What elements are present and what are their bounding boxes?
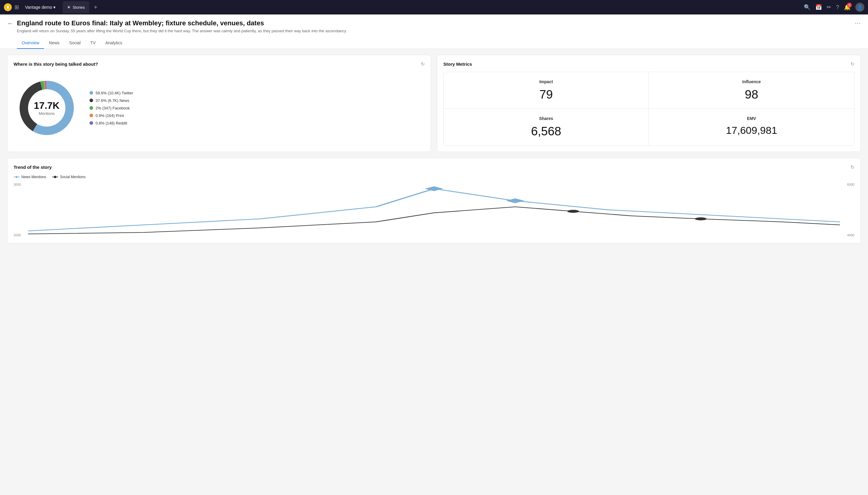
trend-chart-svg (28, 183, 840, 237)
trend-legend-news-label: News Mentions (21, 175, 46, 179)
notification-badge: 2 (847, 3, 852, 7)
trend-card: Trend of the story ↻ News Mentions Socia… (7, 158, 861, 243)
metric-cell-emv: EMV 17,609,981 (649, 109, 854, 145)
mentions-distribution-card: Where is this story being talked about? … (7, 55, 431, 152)
trend-legend-news: News Mentions (14, 175, 46, 179)
donut-legend: 58.6% (10.4K) Twitter 37.6% (6.7K) News … (89, 91, 133, 125)
svg-point-9 (695, 217, 707, 220)
workspace-label: Vantage demo (25, 5, 52, 10)
avatar-icon: 👤 (857, 4, 863, 10)
logo-icon (4, 3, 12, 12)
cards-row: Where is this story being talked about? … (7, 55, 861, 152)
tab-tv[interactable]: TV (86, 37, 101, 49)
svg-point-8 (568, 210, 579, 213)
svg-point-5 (54, 176, 56, 178)
metrics-refresh-button[interactable]: ↻ (851, 61, 854, 67)
topnav: ⊞ Vantage demo ▾ ☀ Stories + 🔍 📅 ✏ ? 🔔 2… (0, 0, 868, 15)
stories-tab-icon: ☀ (67, 5, 71, 10)
svg-marker-7 (506, 198, 525, 203)
trend-legend-social: Social Mentions (52, 175, 86, 179)
search-icon[interactable]: 🔍 (804, 4, 811, 11)
donut-center-label: Mentions (34, 111, 59, 116)
page-header: ← England route to Euros final: Italy at… (0, 15, 868, 49)
chart-yaxis-right: 6000 4000 (843, 183, 854, 237)
legend-item: 0.9% (164) Print (89, 113, 133, 118)
metric-cell-impact: Impact 79 (444, 72, 649, 109)
trend-refresh-button[interactable]: ↻ (851, 164, 854, 170)
stories-tab-label: Stories (73, 5, 85, 10)
tab-analytics[interactable]: Analytics (100, 37, 127, 49)
metric-cell-shares: Shares 6,568 (444, 109, 649, 145)
story-metrics-card: Story Metrics ↻ Impact 79 Influence 98 S… (437, 55, 861, 152)
topnav-actions: 🔍 📅 ✏ ? 🔔 2 👤 (804, 3, 864, 12)
back-button[interactable]: ← (7, 20, 13, 27)
donut-center-value: 17.7K (34, 100, 59, 111)
main-content: Where is this story being talked about? … (0, 49, 868, 249)
tab-overview[interactable]: Overview (17, 37, 44, 49)
add-tab-button[interactable]: + (92, 3, 100, 12)
svg-point-1 (7, 6, 9, 8)
legend-item: 58.6% (10.4K) Twitter (89, 91, 133, 95)
tabs: Overview News Social TV Analytics (17, 37, 861, 49)
tab-news[interactable]: News (44, 37, 64, 49)
legend-item: 0.8% (148) Reddit (89, 121, 133, 125)
workspace-chevron: ▾ (53, 5, 55, 10)
notifications-button[interactable]: 🔔 2 (844, 4, 851, 11)
calendar-icon[interactable]: 📅 (815, 4, 822, 11)
page-title: England route to Euros final: Italy at W… (17, 19, 855, 27)
tab-social[interactable]: Social (64, 37, 85, 49)
grid-icon[interactable]: ⊞ (15, 4, 19, 11)
metrics-card-title: Story Metrics (443, 62, 472, 67)
trend-legend-social-label: Social Mentions (60, 175, 86, 179)
legend-item: 2% (347) Facebook (89, 106, 133, 110)
workspace-selector[interactable]: Vantage demo ▾ (23, 4, 58, 11)
avatar[interactable]: 👤 (855, 3, 864, 12)
trend-card-title: Trend of the story (14, 165, 52, 170)
legend-item: 37.6% (6.7K) News (89, 98, 133, 103)
chart-yaxis-left: 3000 2000 (14, 183, 25, 237)
edit-icon[interactable]: ✏ (827, 4, 831, 11)
donut-card-title: Where is this story being talked about? (14, 62, 98, 67)
donut-refresh-button[interactable]: ↻ (421, 61, 425, 67)
help-icon[interactable]: ? (836, 4, 839, 11)
trend-chart-area: 3000 2000 6000 4000 (14, 183, 854, 237)
trend-legend: News Mentions Social Mentions (14, 175, 854, 179)
stories-tab[interactable]: ☀ Stories (63, 1, 89, 13)
svg-marker-3 (15, 176, 18, 178)
metric-cell-influence: Influence 98 (649, 72, 854, 109)
page-subtitle: England will return on Sunday, 55 years … (17, 28, 861, 34)
donut-chart: 17.7K Mentions (14, 75, 80, 141)
more-options-button[interactable]: ⋯ (855, 19, 861, 27)
metrics-grid: Impact 79 Influence 98 Shares 6,568 EMV … (443, 72, 854, 146)
